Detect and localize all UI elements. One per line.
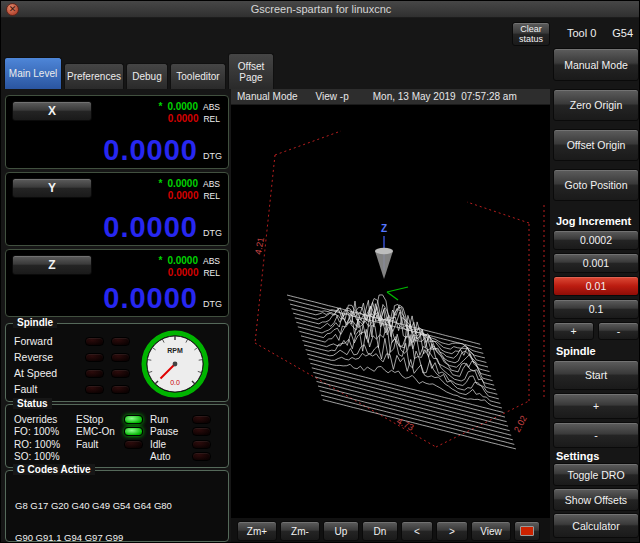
dtg-value: 0.0000 bbox=[103, 215, 198, 240]
axis-y-button[interactable]: Y bbox=[12, 178, 92, 198]
plot-datetime: Mon, 13 May 2019 07:57:28 am bbox=[373, 91, 517, 102]
spindle-row-fault: Fault bbox=[14, 381, 130, 397]
gcodes-panel: G Codes Active G8 G17 G20 G40 G49 G54 G6… bbox=[5, 470, 229, 542]
axis-x-button[interactable]: X bbox=[12, 101, 92, 121]
estop-led bbox=[124, 415, 143, 424]
fullscreen-button[interactable] bbox=[514, 521, 540, 541]
idle-led bbox=[192, 440, 211, 449]
window-title: Gscreen-spartan for linuxcnc bbox=[251, 3, 392, 15]
jog-minus-button[interactable]: - bbox=[598, 322, 639, 340]
zero-origin-button[interactable]: Zero Origin bbox=[553, 89, 639, 121]
app-window: ✕ Gscreen-spartan for linuxcnc Clear sta… bbox=[0, 0, 640, 543]
tab-preferences[interactable]: Preferences bbox=[64, 63, 124, 89]
gauge-unit-label: RPM bbox=[167, 347, 183, 354]
spindle-plus-button[interactable]: + bbox=[553, 393, 639, 419]
rel-readout: 0.0000 REL bbox=[168, 113, 220, 124]
rel-readout: 0.0000 REL bbox=[168, 190, 220, 201]
jog-option-001-button[interactable]: 0.001 bbox=[553, 253, 639, 273]
status-panel-title: Status bbox=[13, 398, 52, 409]
offset-origin-button[interactable]: Offset Origin bbox=[553, 129, 639, 161]
spindle-row-reverse: Reverse bbox=[14, 349, 130, 365]
spindle-minus-button[interactable]: - bbox=[553, 422, 639, 448]
clear-status-button[interactable]: Clear status bbox=[512, 22, 550, 46]
z-axis-label: Z bbox=[381, 223, 387, 234]
status-panel: Status Overrides EStop Run FO: 100% EMC-… bbox=[5, 404, 229, 468]
homed-indicator: * bbox=[158, 178, 162, 189]
jog-option-01-button[interactable]: 0.01 bbox=[553, 276, 639, 296]
tab-offset-page[interactable]: Offset Page bbox=[228, 53, 274, 89]
view-button[interactable]: View bbox=[471, 521, 511, 541]
overrides-label: Overrides bbox=[14, 414, 76, 425]
spindle-fault-led bbox=[85, 385, 104, 394]
spindle-start-button[interactable]: Start bbox=[553, 360, 639, 390]
close-icon[interactable]: ✕ bbox=[6, 3, 19, 16]
plot-header: Manual Mode View -p Mon, 13 May 2019 07:… bbox=[231, 89, 550, 105]
dtg-readout: 0.0000 DTG bbox=[103, 138, 222, 163]
zoom-in-button[interactable]: Zm+ bbox=[237, 521, 277, 541]
titlebar: ✕ Gscreen-spartan for linuxcnc bbox=[1, 1, 640, 18]
abs-readout: * 0.0000 ABS bbox=[158, 101, 220, 112]
rpm-gauge: RPM 0.0 bbox=[139, 328, 211, 400]
screen-icon bbox=[520, 526, 534, 536]
dro-panel-y: Y * 0.0000 ABS 0.0000 REL 0.0000 DTG bbox=[5, 172, 229, 246]
plot-mode-label: Manual Mode bbox=[237, 91, 298, 102]
tool-info: Tool 0 G54 bbox=[567, 27, 633, 39]
active-gcode: G54 bbox=[612, 27, 633, 39]
spindle-override: SO: 100% bbox=[14, 451, 76, 462]
jog-increment-label: Jog Increment bbox=[553, 214, 639, 228]
abs-value: 0.0000 bbox=[167, 178, 198, 189]
dtg-value: 0.0000 bbox=[103, 138, 198, 163]
gcode-line: G8 G17 G20 G40 G49 G54 G64 G80 bbox=[15, 501, 172, 512]
feed-override: FO: 100% bbox=[14, 426, 76, 437]
dim-left-label: 4.21 bbox=[253, 236, 266, 255]
pause-led bbox=[192, 427, 211, 436]
jog-option-0002-button[interactable]: 0.0002 bbox=[553, 230, 639, 250]
jog-option-1-button[interactable]: 0.1 bbox=[553, 299, 639, 319]
zoom-out-button[interactable]: Zm- bbox=[280, 521, 320, 541]
tab-debug[interactable]: Debug bbox=[126, 63, 168, 89]
dro-panel-z: Z * 0.0000 ABS 0.0000 REL 0.0000 DTG bbox=[5, 249, 229, 317]
tool-cone-icon bbox=[375, 248, 393, 279]
spindle-section-label: Spindle bbox=[553, 344, 639, 358]
emc-on-label: EMC-On bbox=[76, 426, 122, 437]
spindle-panel: Spindle Forward Reverse At Speed Fault bbox=[5, 323, 229, 402]
gcode-line: G90 G91.1 G94 G97 G99 bbox=[15, 533, 172, 543]
jog-plus-button[interactable]: + bbox=[553, 322, 594, 340]
emc-on-led bbox=[124, 427, 143, 436]
toggle-dro-button[interactable]: Toggle DRO bbox=[553, 463, 639, 486]
dtg-value: 0.0000 bbox=[103, 286, 198, 311]
tab-tooleditor[interactable]: Tooleditor bbox=[170, 63, 226, 89]
plot-canvas[interactable]: 4.21 4.73 2.02 Z bbox=[231, 105, 550, 518]
gcodes-panel-title: G Codes Active bbox=[13, 464, 95, 475]
up-button[interactable]: Up bbox=[323, 521, 359, 541]
plot-view-label: View -p bbox=[316, 91, 349, 102]
dim-right-label: 2.02 bbox=[512, 414, 529, 434]
settings-section-label: Settings bbox=[553, 449, 639, 462]
gauge-value: 0.0 bbox=[170, 379, 180, 386]
dro-panel-x: X * 0.0000 ABS 0.0000 REL 0.0000 DTG bbox=[5, 95, 229, 169]
tool-number: Tool 0 bbox=[567, 27, 596, 39]
abs-readout: * 0.0000 ABS bbox=[158, 178, 220, 189]
rel-readout: 0.0000 REL bbox=[168, 267, 220, 278]
spindle-row-forward: Forward bbox=[14, 333, 130, 349]
run-label: Run bbox=[150, 414, 190, 425]
rel-value: 0.0000 bbox=[168, 190, 199, 201]
dtg-readout: 0.0000 DTG bbox=[103, 215, 222, 240]
rel-value: 0.0000 bbox=[168, 113, 199, 124]
pause-label: Pause bbox=[150, 426, 190, 437]
calculator-button[interactable]: Calculator bbox=[553, 513, 639, 538]
rotate-right-button[interactable]: > bbox=[436, 521, 468, 541]
down-button[interactable]: Dn bbox=[362, 521, 398, 541]
auto-led bbox=[192, 452, 211, 461]
show-offsets-button[interactable]: Show Offsets bbox=[553, 488, 639, 511]
goto-position-button[interactable]: Goto Position bbox=[553, 169, 639, 201]
tab-main-level[interactable]: Main Level bbox=[4, 57, 62, 89]
rotate-left-button[interactable]: < bbox=[401, 521, 433, 541]
axis-z-button[interactable]: Z bbox=[12, 255, 92, 275]
plot-button-row: Zm+ Zm- Up Dn < > View bbox=[231, 518, 550, 543]
spindle-panel-title: Spindle bbox=[13, 317, 57, 328]
fault-led bbox=[124, 440, 143, 449]
auto-label: Auto bbox=[150, 451, 190, 462]
manual-mode-button[interactable]: Manual Mode bbox=[553, 48, 639, 81]
homed-indicator: * bbox=[158, 255, 162, 266]
